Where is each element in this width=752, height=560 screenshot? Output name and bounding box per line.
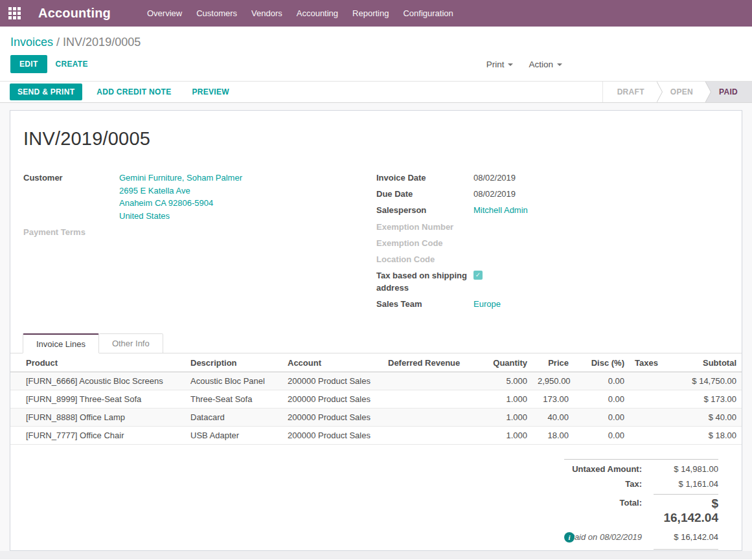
col-header-description: Description bbox=[185, 353, 282, 372]
col-header-account: Account bbox=[282, 353, 383, 372]
exemption-number-label: Exemption Number bbox=[376, 221, 473, 233]
chevron-down-icon bbox=[557, 63, 562, 66]
untaxed-amount-value: $ 14,981.00 bbox=[654, 464, 718, 474]
breadcrumb-parent[interactable]: Invoices bbox=[10, 36, 53, 49]
sales-team-link[interactable]: Europe bbox=[473, 298, 501, 311]
statusbar-buttons: SEND & PRINT ADD CREDIT NOTE PREVIEW bbox=[0, 82, 236, 102]
sales-team-field: Sales Team Europe bbox=[376, 298, 729, 311]
untaxed-amount-row: Untaxed Amount: $ 14,981.00 bbox=[564, 459, 718, 476]
payment-terms-field: Payment Terms bbox=[23, 226, 376, 238]
nav-item-accounting[interactable]: Accounting bbox=[297, 8, 338, 18]
nav-item-customers[interactable]: Customers bbox=[196, 8, 237, 18]
edit-button[interactable]: EDIT bbox=[10, 55, 47, 73]
invoice-date-label: Invoice Date bbox=[376, 172, 473, 184]
paid-on-label: Paid on 08/02/2019 bbox=[564, 532, 654, 542]
customer-field: Customer Gemini Furniture, Soham Palmer … bbox=[23, 172, 376, 222]
notebook-tabs: Invoice Lines Other Info bbox=[10, 333, 742, 353]
due-date-label: Due Date bbox=[376, 188, 473, 200]
customer-name-link[interactable]: Gemini Furniture, Soham Palmer bbox=[119, 172, 242, 185]
tax-label: Tax: bbox=[564, 479, 654, 489]
nav-item-reporting[interactable]: Reporting bbox=[352, 8, 389, 18]
col-header-price: Price bbox=[532, 353, 574, 372]
control-panel: Invoices / INV/2019/0005 EDIT CREATE Pri… bbox=[0, 27, 752, 81]
action-menu[interactable]: Action bbox=[529, 60, 562, 69]
tax-shipping-label: Tax based on shipping address bbox=[376, 269, 473, 294]
tax-shipping-checkbox-checked-icon[interactable]: ✓ bbox=[473, 271, 483, 280]
print-menu[interactable]: Print bbox=[486, 60, 514, 69]
tax-row: Tax: $ 1,161.04 bbox=[564, 476, 718, 491]
customer-street-link[interactable]: 2695 E Katella Ave bbox=[119, 185, 242, 197]
nav-item-vendors[interactable]: Vendors bbox=[251, 8, 282, 18]
chevron-down-icon bbox=[508, 63, 513, 66]
page-footer bbox=[0, 551, 752, 559]
due-date-value: 08/02/2019 bbox=[473, 188, 516, 200]
customer-label: Customer bbox=[23, 172, 119, 222]
breadcrumb-current: INV/2019/0005 bbox=[63, 36, 141, 49]
state-paid[interactable]: PAID bbox=[705, 82, 752, 102]
payment-terms-label: Payment Terms bbox=[23, 226, 119, 238]
col-header-quantity: Quantity bbox=[477, 353, 532, 372]
tab-other-info[interactable]: Other Info bbox=[99, 333, 163, 353]
apps-menu-icon[interactable] bbox=[8, 7, 21, 19]
invoice-info: Customer Gemini Furniture, Soham Palmer … bbox=[23, 172, 729, 314]
invoice-date-value: 08/02/2019 bbox=[473, 172, 516, 184]
col-header-taxes: Taxes bbox=[630, 353, 667, 372]
control-panel-buttons: EDIT CREATE Print Action bbox=[10, 55, 742, 73]
form-area: INV/2019/0005 Customer Gemini Furniture,… bbox=[0, 103, 752, 551]
paid-on-value: $ 16,142.04 bbox=[654, 532, 718, 542]
navbar-menu: Overview Customers Vendors Accounting Re… bbox=[147, 8, 453, 18]
app-name[interactable]: Accounting bbox=[38, 6, 111, 21]
tax-value: $ 1,161.04 bbox=[654, 479, 718, 489]
sales-team-label: Sales Team bbox=[376, 298, 473, 311]
customer-address-block: Gemini Furniture, Soham Palmer 2695 E Ka… bbox=[119, 172, 242, 222]
tax-shipping-field: Tax based on shipping address ✓ bbox=[376, 269, 729, 294]
invoice-lines-table: Product Description Account Deferred Rev… bbox=[10, 353, 742, 445]
customer-country-link[interactable]: United States bbox=[119, 210, 242, 223]
add-credit-note-button[interactable]: ADD CREDIT NOTE bbox=[90, 84, 177, 100]
salesperson-field: Salesperson Mitchell Admin bbox=[376, 204, 729, 217]
create-button[interactable]: CREATE bbox=[47, 55, 97, 73]
paid-row: i Paid on 08/02/2019 $ 16,142.04 bbox=[564, 528, 718, 546]
statusbar-states: DRAFT OPEN PAID bbox=[602, 82, 752, 102]
customer-city-link[interactable]: Anaheim CA 92806-5904 bbox=[119, 197, 242, 210]
table-header-row: Product Description Account Deferred Rev… bbox=[10, 353, 742, 372]
info-circle-icon[interactable]: i bbox=[564, 532, 575, 543]
state-open[interactable]: OPEN bbox=[656, 82, 705, 102]
breadcrumb: Invoices / INV/2019/0005 bbox=[10, 35, 742, 49]
total-label: Total: bbox=[564, 494, 654, 508]
col-header-subtotal: Subtotal bbox=[667, 353, 742, 372]
send-and-print-button[interactable]: SEND & PRINT bbox=[10, 84, 82, 100]
amount-due-row: Amount Due: $ 0.00 bbox=[564, 546, 718, 551]
preview-button[interactable]: PREVIEW bbox=[185, 84, 235, 100]
col-header-deferred-revenue: Deferred Revenue bbox=[383, 353, 477, 372]
invoice-line-row[interactable]: [FURN_8999] Three-Seat Sofa Three-Seat S… bbox=[10, 390, 742, 409]
statusbar: SEND & PRINT ADD CREDIT NOTE PREVIEW DRA… bbox=[0, 81, 752, 103]
total-row: Total: $ 16,142.04 bbox=[564, 491, 718, 528]
totals-block: Untaxed Amount: $ 14,981.00 Tax: $ 1,161… bbox=[564, 459, 718, 551]
breadcrumb-separator: / bbox=[56, 36, 60, 49]
col-header-product: Product bbox=[10, 353, 185, 372]
exemption-code-label: Exemption Code bbox=[376, 237, 473, 249]
untaxed-amount-label: Untaxed Amount: bbox=[564, 464, 654, 474]
top-navbar: Accounting Overview Customers Vendors Ac… bbox=[0, 0, 752, 27]
col-header-disc: Disc (%) bbox=[574, 353, 630, 372]
salesperson-label: Salesperson bbox=[376, 204, 473, 217]
location-code-field: Location Code bbox=[376, 253, 729, 265]
state-draft[interactable]: DRAFT bbox=[603, 82, 656, 102]
invoice-date-field: Invoice Date 08/02/2019 bbox=[376, 172, 729, 184]
invoice-sheet: INV/2019/0005 Customer Gemini Furniture,… bbox=[10, 110, 742, 551]
action-menus: Print Action bbox=[486, 60, 562, 69]
exemption-number-field: Exemption Number bbox=[376, 221, 729, 233]
tab-invoice-lines[interactable]: Invoice Lines bbox=[23, 333, 99, 353]
total-value: $ 16,142.04 bbox=[654, 494, 718, 525]
nav-item-overview[interactable]: Overview bbox=[147, 8, 182, 18]
location-code-label: Location Code bbox=[376, 253, 473, 265]
salesperson-link[interactable]: Mitchell Admin bbox=[473, 204, 528, 217]
invoice-line-row[interactable]: [FURN_8888] Office Lamp Datacard 200000 … bbox=[10, 409, 742, 427]
nav-item-configuration[interactable]: Configuration bbox=[403, 8, 453, 18]
invoice-line-row[interactable]: [FURN_7777] Office Chair USB Adapter 200… bbox=[10, 427, 742, 445]
invoice-number-title: INV/2019/0005 bbox=[23, 128, 729, 150]
exemption-code-field: Exemption Code bbox=[376, 237, 729, 249]
invoice-line-row[interactable]: [FURN_6666] Acoustic Bloc Screens Acoust… bbox=[10, 372, 742, 390]
due-date-field: Due Date 08/02/2019 bbox=[376, 188, 729, 200]
